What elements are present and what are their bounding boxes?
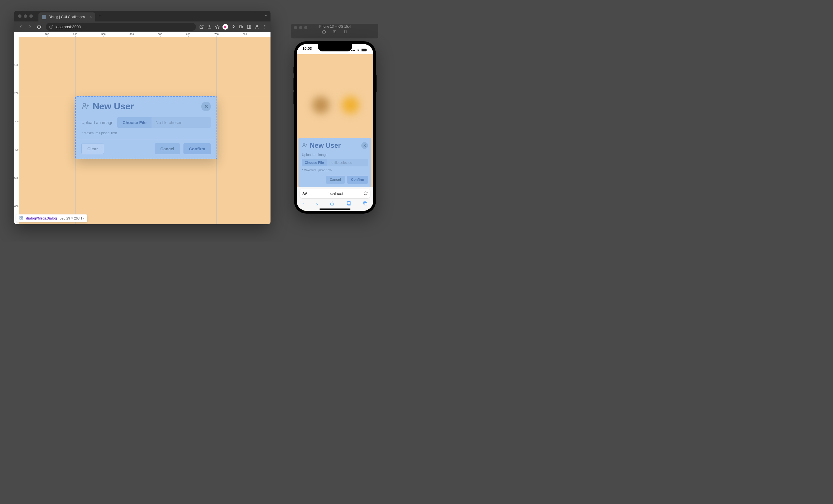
home-indicator[interactable] (319, 208, 351, 210)
profile-icon[interactable] (254, 24, 260, 30)
bookmarks-icon[interactable] (347, 201, 351, 207)
browser-tab[interactable]: Dialog | GUI Challenges × (39, 12, 95, 22)
ruler-vertical[interactable]: 100 200 300 400 500 600 (14, 37, 19, 224)
dialog-header: New User ✕ (302, 142, 368, 149)
phone-screen: 10:03 ••• New User ✕ Upload an image (297, 44, 373, 211)
devtools-inspect-badge: dialog#MegaDialog 520.29 × 263.17 (16, 215, 87, 222)
dialog-header: New User ✕ (76, 97, 216, 115)
safari-url: localhost (307, 191, 363, 196)
close-window[interactable] (18, 15, 22, 18)
file-name-label: No file chosen (151, 117, 211, 128)
screenshot-icon[interactable] (333, 30, 337, 34)
close-dialog-button[interactable]: ✕ (361, 142, 368, 149)
reload-button[interactable] (35, 23, 43, 31)
safari-nav: ‹ › (297, 200, 373, 208)
back-button[interactable] (17, 23, 25, 31)
confirm-button[interactable]: Confirm (347, 176, 368, 184)
share-icon[interactable] (330, 201, 334, 207)
viewport: 100 200 300 400 500 600 700 800 900 100 … (14, 32, 270, 224)
confirm-button[interactable]: Confirm (184, 143, 211, 154)
status-time: 10:03 (303, 46, 312, 54)
status-icons: ••• (351, 46, 367, 54)
cancel-button[interactable]: Cancel (154, 143, 180, 154)
close-window[interactable] (294, 26, 297, 29)
mute-switch[interactable] (293, 67, 294, 73)
url-host: localhost (55, 25, 71, 29)
sidepanel-icon[interactable] (246, 24, 252, 30)
extensions-icon[interactable] (230, 24, 236, 30)
sim-window-controls (294, 26, 307, 29)
svg-point-8 (256, 25, 258, 27)
close-tab-icon[interactable]: × (90, 15, 92, 19)
close-dialog-button[interactable]: ✕ (201, 102, 211, 111)
svg-point-3 (224, 26, 227, 28)
signal-icon: ••• (351, 48, 355, 53)
share-icon[interactable] (207, 24, 212, 30)
minimize-window[interactable] (299, 26, 302, 29)
dialog-footer: Cancel Confirm (302, 176, 368, 184)
battery-icon (361, 48, 367, 53)
maximize-window[interactable] (304, 26, 307, 29)
ruler-corner (14, 32, 19, 37)
tab-title: Dialog | GUI Challenges (49, 15, 85, 19)
home-icon[interactable] (322, 30, 326, 34)
grid-icon (19, 216, 23, 221)
forward-button[interactable] (26, 23, 34, 31)
clear-button[interactable]: Clear (81, 143, 104, 154)
tab-overflow-icon[interactable] (264, 14, 268, 19)
minimize-window[interactable] (24, 15, 27, 18)
ruler-tick: 100 (45, 32, 49, 35)
mega-dialog: New User ✕ Upload an image Choose File N… (75, 96, 217, 159)
url-port: :3000 (71, 25, 81, 29)
svg-rect-24 (366, 49, 367, 50)
ruler-tick: 200 (14, 92, 19, 95)
file-name-label: no file selected (327, 159, 368, 167)
svg-rect-21 (344, 30, 346, 33)
ruler-tick: 600 (14, 205, 19, 208)
mobile-dialog: New User ✕ Upload an image Choose File n… (299, 138, 372, 187)
svg-marker-2 (215, 25, 219, 28)
forward-button[interactable]: › (316, 201, 318, 207)
volume-down[interactable] (293, 92, 294, 104)
reload-icon[interactable] (363, 191, 367, 196)
file-input[interactable]: Choose File No file chosen (117, 117, 211, 128)
reader-icon[interactable]: AA (303, 192, 307, 196)
choose-file-button[interactable]: Choose File (117, 117, 151, 128)
rotate-icon[interactable] (343, 30, 348, 34)
wifi-icon (356, 48, 360, 53)
upload-row: Upload an image Choose File No file chos… (81, 117, 211, 128)
favicon-icon (42, 15, 46, 19)
power-button[interactable] (376, 75, 377, 92)
cancel-button[interactable]: Cancel (326, 176, 345, 184)
back-button[interactable]: ‹ (303, 201, 304, 207)
ruler-tick: 600 (186, 32, 190, 35)
maximize-window[interactable] (29, 15, 33, 18)
dialog-title: New User (93, 101, 198, 111)
ruler-tick: 500 (158, 32, 162, 35)
address-bar[interactable]: i localhost:3000 (46, 23, 196, 31)
new-tab-button[interactable]: + (99, 13, 102, 19)
tabs-icon[interactable] (363, 201, 367, 207)
inspect-selector: dialog#MegaDialog (26, 217, 57, 220)
ruler-horizontal[interactable]: 100 200 300 400 500 600 700 800 900 (19, 32, 270, 37)
upload-hint: * Maximum upload 1mb (81, 131, 211, 135)
open-external-icon[interactable] (199, 24, 205, 30)
media-icon[interactable] (238, 24, 244, 30)
site-info-icon[interactable]: i (49, 25, 53, 29)
svg-rect-17 (20, 218, 21, 219)
canvas: New User ✕ Upload an image Choose File N… (19, 37, 270, 224)
spacer (108, 143, 151, 154)
dialog-body: Upload an image Choose File No file chos… (76, 115, 216, 139)
svg-rect-4 (239, 26, 242, 28)
upload-label: Upload an image (302, 153, 368, 157)
safari-address-bar[interactable]: AA localhost (300, 189, 370, 198)
file-input[interactable]: Choose File no file selected (302, 159, 368, 167)
volume-up[interactable] (293, 78, 294, 90)
blur-blob (342, 97, 359, 114)
svg-rect-29 (364, 203, 367, 205)
menu-icon[interactable] (262, 24, 268, 30)
choose-file-button[interactable]: Choose File (302, 159, 327, 167)
svg-point-25 (303, 143, 305, 145)
extension-icon[interactable] (222, 24, 228, 30)
bookmark-icon[interactable] (215, 24, 220, 30)
